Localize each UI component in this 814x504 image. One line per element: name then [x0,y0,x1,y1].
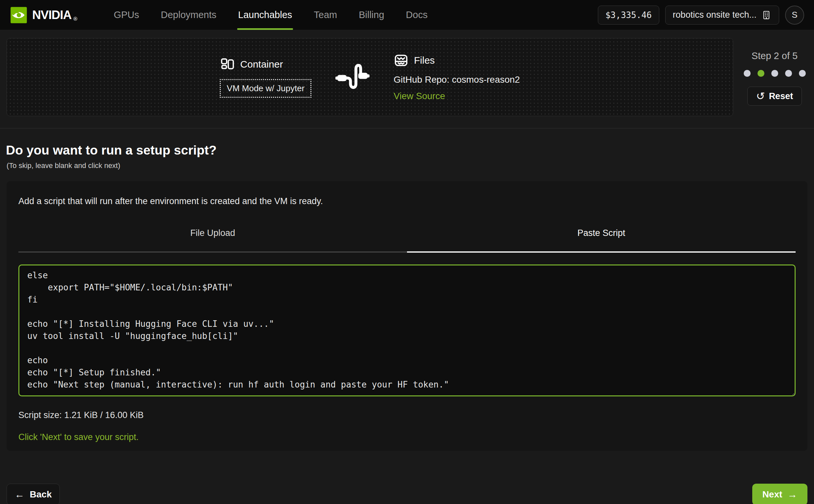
nvidia-wordmark: NVIDIA [32,8,71,22]
reset-label: Reset [769,91,793,101]
nav-item-docs[interactable]: Docs [395,0,439,30]
files-stack-icon [394,53,409,68]
wizard-footer: ← Back Next → [0,484,814,504]
top-nav-bar: NVIDIA ® GPUsDeploymentsLaunchablesTeamB… [0,0,814,30]
nav-item-gpus[interactable]: GPUs [103,0,150,30]
org-name: robotics onsite tech... [673,10,757,20]
reset-button[interactable]: ↺ Reset [747,87,802,106]
building-icon [761,10,772,20]
container-icon [220,57,235,72]
container-title: Container [240,59,283,70]
files-summary: Files GitHub Repo: cosmos-reason2 View S… [394,53,520,101]
script-tabs: File UploadPaste Script [18,228,796,253]
back-button[interactable]: ← Back [7,484,60,504]
nvidia-logo[interactable]: NVIDIA ® [10,6,77,24]
section-divider [0,128,814,129]
step-dots [744,70,806,77]
back-label: Back [30,489,52,500]
connector-cable-icon [335,60,370,95]
script-textarea[interactable]: else export PATH="$HOME/.local/bin:$PATH… [18,264,796,396]
nav-right-group: $3,335.46 robotics onsite tech... S [598,6,804,25]
tab-paste-script[interactable]: Paste Script [407,228,796,253]
back-arrow-icon: ← [15,489,25,500]
nav-item-team[interactable]: Team [303,0,348,30]
step-dot-4 [785,70,792,77]
wizard-summary-strip: Container VM Mode w/ Jupyter [0,30,814,119]
step-dot-2 [758,70,764,77]
github-repo-label: GitHub Repo: cosmos-reason2 [394,74,520,85]
view-source-link[interactable]: View Source [394,91,445,101]
nav-item-billing[interactable]: Billing [348,0,395,30]
step-dot-3 [771,70,778,77]
next-arrow-icon: → [787,489,797,500]
reset-icon: ↺ [756,91,765,101]
skip-hint: (To skip, leave blank and click next) [7,161,807,170]
nvidia-eye-icon [10,6,28,24]
nav-item-launchables[interactable]: Launchables [227,0,303,30]
container-summary: Container VM Mode w/ Jupyter [220,57,311,98]
script-card: Add a script that will run after the env… [7,181,807,451]
avatar-initial: S [792,10,797,20]
next-button[interactable]: Next → [752,484,807,504]
nav-item-deployments[interactable]: Deployments [150,0,227,30]
credit-balance-pill[interactable]: $3,335.46 [598,6,659,25]
user-avatar[interactable]: S [785,6,804,25]
page-title: Do you want to run a setup script? [6,143,807,157]
step-dot-1 [744,70,751,77]
step-label: Step 2 of 5 [752,51,798,61]
tab-file-upload[interactable]: File Upload [18,228,407,253]
registered-mark: ® [73,16,77,22]
step-dot-5 [799,70,806,77]
org-selector-pill[interactable]: robotics onsite tech... [665,6,779,25]
setup-script-section: Do you want to run a setup script? (To s… [0,143,814,451]
script-description: Add a script that will run after the env… [18,196,796,206]
save-hint-label: Click 'Next' to save your script. [18,432,796,442]
script-size-label: Script size: 1.21 KiB / 16.00 KiB [18,410,796,420]
step-indicator-column: Step 2 of 5 ↺ Reset [742,38,807,116]
primary-nav: GPUsDeploymentsLaunchablesTeamBillingDoc… [103,0,438,30]
launchable-summary-panel: Container VM Mode w/ Jupyter [7,38,733,116]
next-label: Next [762,489,782,500]
container-mode-chip[interactable]: VM Mode w/ Jupyter [220,79,311,98]
files-title: Files [414,55,435,66]
